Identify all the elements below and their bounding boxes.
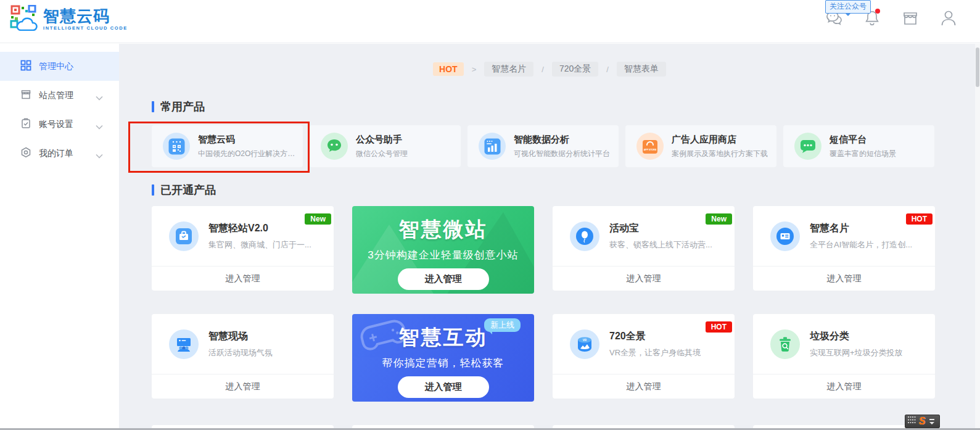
banner-title: 智慧微站 — [352, 216, 534, 244]
product-name: 垃圾分类 — [810, 330, 903, 343]
top-header: 智慧云码 INTELLIGENT CLOUD CODE 关注公众号 — [0, 0, 980, 43]
product-card-lite-site[interactable]: New 智慧轻站V2.0 集官网、微商城、门店于一... 进入管理 — [152, 206, 334, 291]
vertical-scrollbar[interactable] — [975, 44, 980, 430]
sogou-logo: S — [919, 416, 926, 426]
id-card-icon — [770, 221, 800, 251]
common-card-cloud-code[interactable]: 智慧云码 中国领先的O2O行业解决方案... — [152, 125, 303, 167]
product-name: 智能数据分析 — [514, 134, 610, 146]
app-logo[interactable]: 智慧云码 INTELLIGENT CLOUD CODE — [10, 5, 128, 33]
product-desc: 中国领先的O2O行业解决方案... — [198, 149, 300, 159]
breadcrumb-arrow: > — [472, 65, 477, 74]
product-card-smart-scene[interactable]: 智慧现场 活跃活动现场气氛 进入管理 — [152, 314, 334, 399]
sidebar-item-site-management[interactable]: 站点管理 — [0, 81, 119, 110]
chevron-down-icon — [96, 122, 103, 131]
logo-qrcode-cloud-icon — [10, 5, 38, 33]
product-name: 720全景 — [609, 330, 701, 343]
storefront-icon — [20, 89, 31, 102]
enter-management-button[interactable]: 进入管理 — [753, 374, 935, 399]
banner-card-smart-interaction[interactable]: 新上线 智慧互动 帮你搞定营销，轻松获客 进入管理 — [352, 314, 534, 402]
common-card-adman-app-store[interactable]: APP STORE 广告人应用商店 案例展示及落地执行方案下载 — [625, 125, 776, 167]
product-name: 公众号助手 — [356, 134, 408, 146]
dashboard-grid-icon — [20, 60, 31, 73]
sidebar-item-label: 管理中心 — [39, 61, 73, 72]
chevron-down-icon — [96, 151, 103, 160]
product-desc: 微信公众号管理 — [356, 149, 408, 159]
main-content: HOT > 智慧名片 / 720全景 / 智慧表单 常用产品 智 — [119, 44, 980, 430]
notification-dot — [875, 9, 880, 14]
sidebar-item-management-center[interactable]: 管理中心 — [0, 52, 119, 81]
title-accent-bar — [152, 101, 154, 112]
product-desc: VR全景，让客户身临其境 — [609, 347, 701, 358]
activated-products-row-2: 智慧现场 活跃活动现场气氛 进入管理 新上线 智慧互动 帮你搞定营销，轻松获客 … — [152, 314, 935, 402]
sidebar-item-label: 站点管理 — [39, 90, 73, 101]
common-card-sms-platform[interactable]: 短信平台 覆盖丰富的短信场景 — [783, 125, 934, 167]
trash-search-icon — [770, 329, 800, 359]
product-name: 广告人应用商店 — [672, 134, 768, 146]
product-name: 智慧现场 — [208, 330, 273, 343]
product-desc: 覆盖丰富的短信场景 — [830, 149, 896, 159]
product-card-720-panorama[interactable]: HOT VR 720全景 VR全景，让客户身临其境 进入管理 — [553, 314, 735, 399]
svg-text:APP STORE: APP STORE — [644, 149, 657, 151]
breadcrumb-slash: / — [541, 65, 544, 74]
sidebar-item-account-settings[interactable]: 账号设置 — [0, 110, 119, 139]
hot-tag[interactable]: HOT — [433, 62, 464, 76]
new-launch-badge: 新上线 — [484, 318, 521, 332]
scrollbar-thumb[interactable] — [976, 48, 979, 87]
title-accent-bar — [152, 184, 154, 196]
sidebar: 管理中心 站点管理 账号设置 — [0, 44, 119, 430]
lite-site-icon — [169, 221, 199, 251]
product-desc: 全平台AI智能名片，打造创... — [810, 239, 912, 250]
product-desc: 实现互联网+垃圾分类投放 — [810, 347, 903, 358]
dropdown-arrow-icon[interactable] — [929, 422, 934, 424]
enter-management-button[interactable]: 进入管理 — [553, 374, 735, 399]
product-card-smart-business-card[interactable]: HOT 智慧名片 全平台AI智能名片，打造创... 进入管理 — [753, 206, 935, 291]
vr-panorama-icon: VR — [570, 329, 599, 359]
breadcrumb-tag-smart-form[interactable]: 智慧表单 — [617, 62, 666, 76]
minimize-icon[interactable] — [929, 419, 934, 420]
product-card-activity-treasure[interactable]: New 活动宝 获客、锁客线上线下活动营... 进入管理 — [553, 206, 735, 291]
new-badge: New — [305, 213, 331, 225]
clipboard-check-icon — [20, 118, 31, 131]
hot-badge: HOT — [706, 321, 732, 333]
section-title-common-products: 常用产品 — [152, 99, 205, 114]
order-nut-icon — [20, 147, 31, 160]
banner-card-micro-site[interactable]: 智慧微站 3分钟构建企业轻量级创意小站 进入管理 — [352, 206, 534, 294]
enter-management-button[interactable]: 进入管理 — [152, 266, 334, 291]
sidebar-item-label: 账号设置 — [39, 119, 73, 130]
product-name: 智慧云码 — [198, 134, 300, 146]
store-icon[interactable] — [900, 7, 921, 28]
user-profile-icon[interactable] — [938, 7, 959, 28]
section-title-activated-products: 已开通产品 — [152, 183, 216, 197]
sidebar-item-my-orders[interactable]: 我的订单 — [0, 139, 119, 168]
balloon-icon — [570, 221, 599, 251]
wechat-bubble-icon — [321, 133, 348, 160]
new-badge: New — [706, 213, 732, 225]
breadcrumb-slash: / — [606, 65, 609, 74]
logo-title: 智慧云码 — [43, 8, 128, 24]
appstore-bag-icon: APP STORE — [636, 133, 664, 160]
product-card-garbage-sorting[interactable]: 垃圾分类 实现互联网+垃圾分类投放 进入管理 — [753, 314, 935, 399]
drag-grid-icon — [908, 416, 916, 427]
enter-management-button[interactable]: 进入管理 — [398, 268, 489, 290]
banner-subtitle: 帮你搞定营销，轻松获客 — [352, 356, 534, 370]
analytics-chart-icon — [479, 133, 506, 160]
enter-management-button[interactable]: 进入管理 — [753, 266, 935, 291]
activated-products-row-1: New 智慧轻站V2.0 集官网、微商城、门店于一... 进入管理 — [152, 206, 935, 294]
enter-management-button[interactable]: 进入管理 — [553, 266, 735, 291]
common-products-row: 智慧云码 中国领先的O2O行业解决方案... 公众号助手 微信公众号管理 — [152, 125, 934, 167]
wechat-tooltip: 关注公众号 — [825, 0, 871, 14]
breadcrumb-tag-smart-card[interactable]: 智慧名片 — [484, 62, 533, 76]
chevron-down-icon — [96, 93, 103, 102]
common-card-official-account-helper[interactable]: 公众号助手 微信公众号管理 — [310, 125, 461, 167]
product-desc: 可视化智能数据分析统计平台 — [514, 149, 610, 159]
enter-management-button[interactable]: 进入管理 — [398, 376, 489, 398]
breadcrumb-tag-720-panorama[interactable]: 720全景 — [552, 62, 598, 76]
product-name: 智慧名片 — [810, 222, 912, 235]
product-name: 短信平台 — [830, 134, 896, 146]
breadcrumb: HOT > 智慧名片 / 720全景 / 智慧表单 — [119, 62, 980, 76]
sogou-input-toolbar[interactable]: S — [905, 415, 940, 428]
enter-management-button[interactable]: 进入管理 — [152, 374, 334, 399]
product-name: 智慧轻站V2.0 — [208, 222, 311, 235]
common-card-data-analytics[interactable]: 智能数据分析 可视化智能数据分析统计平台 — [467, 125, 619, 167]
product-name: 活动宝 — [609, 222, 712, 235]
